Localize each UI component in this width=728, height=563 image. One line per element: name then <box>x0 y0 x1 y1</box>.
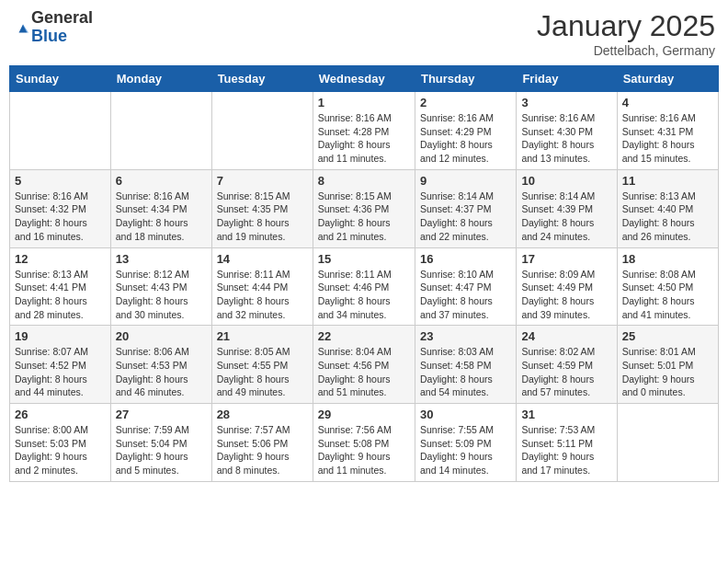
day-info: Sunrise: 8:16 AM Sunset: 4:30 PM Dayligh… <box>521 111 611 166</box>
logo-text: General Blue <box>31 9 93 46</box>
calendar-cell: 18Sunrise: 8:08 AM Sunset: 4:50 PM Dayli… <box>617 247 718 326</box>
calendar-cell: 12Sunrise: 8:13 AM Sunset: 4:41 PM Dayli… <box>10 247 111 326</box>
day-of-week-header: Thursday <box>415 66 516 92</box>
calendar-cell <box>110 92 211 170</box>
day-number: 28 <box>217 408 308 421</box>
day-number: 17 <box>521 252 611 266</box>
calendar-cell: 13Sunrise: 8:12 AM Sunset: 4:43 PM Dayli… <box>110 247 211 326</box>
day-number: 10 <box>521 174 611 188</box>
title-block: January 2025 Dettelbach, Germany <box>537 9 715 58</box>
day-info: Sunrise: 8:13 AM Sunset: 4:40 PM Dayligh… <box>622 190 713 244</box>
day-number: 8 <box>318 174 410 188</box>
day-number: 30 <box>420 408 511 421</box>
day-info: Sunrise: 8:14 AM Sunset: 4:37 PM Dayligh… <box>420 190 511 244</box>
calendar-cell: 2Sunrise: 8:16 AM Sunset: 4:29 PM Daylig… <box>415 92 516 170</box>
day-number: 14 <box>217 252 308 266</box>
day-info: Sunrise: 8:16 AM Sunset: 4:31 PM Dayligh… <box>622 111 713 166</box>
calendar-cell: 16Sunrise: 8:10 AM Sunset: 4:47 PM Dayli… <box>415 247 516 326</box>
calendar-week-row: 1Sunrise: 8:16 AM Sunset: 4:28 PM Daylig… <box>10 92 719 170</box>
calendar-cell: 29Sunrise: 7:56 AM Sunset: 5:08 PM Dayli… <box>313 404 415 482</box>
day-number: 11 <box>622 174 713 188</box>
day-number: 20 <box>116 329 207 343</box>
location: Dettelbach, Germany <box>537 43 715 58</box>
page-header: General Blue January 2025 Dettelbach, Ge… <box>9 9 719 58</box>
calendar-cell: 4Sunrise: 8:16 AM Sunset: 4:31 PM Daylig… <box>617 92 718 170</box>
day-info: Sunrise: 8:14 AM Sunset: 4:39 PM Dayligh… <box>521 190 611 244</box>
month-title: January 2025 <box>537 9 715 43</box>
day-number: 6 <box>116 174 207 188</box>
day-info: Sunrise: 8:16 AM Sunset: 4:34 PM Dayligh… <box>116 190 207 244</box>
logo: General Blue <box>13 9 93 46</box>
day-number: 27 <box>116 408 207 421</box>
calendar-cell: 17Sunrise: 8:09 AM Sunset: 4:49 PM Dayli… <box>517 247 617 326</box>
calendar-week-row: 19Sunrise: 8:07 AM Sunset: 4:52 PM Dayli… <box>10 326 719 404</box>
calendar-cell: 3Sunrise: 8:16 AM Sunset: 4:30 PM Daylig… <box>517 92 617 170</box>
day-number: 23 <box>420 329 511 343</box>
logo-blue: Blue <box>31 28 93 46</box>
day-of-week-header: Wednesday <box>313 66 415 92</box>
day-info: Sunrise: 8:11 AM Sunset: 4:46 PM Dayligh… <box>318 268 410 322</box>
calendar-header-row: SundayMondayTuesdayWednesdayThursdayFrid… <box>10 66 719 92</box>
day-of-week-header: Tuesday <box>211 66 313 92</box>
calendar-cell: 20Sunrise: 8:06 AM Sunset: 4:53 PM Dayli… <box>110 326 211 404</box>
day-info: Sunrise: 8:16 AM Sunset: 4:29 PM Dayligh… <box>420 111 511 166</box>
day-number: 16 <box>420 252 511 266</box>
calendar-cell: 24Sunrise: 8:02 AM Sunset: 4:59 PM Dayli… <box>517 326 617 404</box>
calendar-cell: 8Sunrise: 8:15 AM Sunset: 4:36 PM Daylig… <box>313 169 415 247</box>
day-info: Sunrise: 8:16 AM Sunset: 4:32 PM Dayligh… <box>15 190 106 244</box>
day-number: 12 <box>15 252 106 266</box>
calendar-cell: 27Sunrise: 7:59 AM Sunset: 5:04 PM Dayli… <box>110 404 211 482</box>
day-info: Sunrise: 7:53 AM Sunset: 5:11 PM Dayligh… <box>521 423 611 477</box>
day-info: Sunrise: 8:16 AM Sunset: 4:28 PM Dayligh… <box>318 111 410 166</box>
logo-general: General <box>31 9 93 28</box>
day-info: Sunrise: 8:02 AM Sunset: 4:59 PM Dayligh… <box>521 345 611 399</box>
calendar-cell: 5Sunrise: 8:16 AM Sunset: 4:32 PM Daylig… <box>10 169 111 247</box>
calendar-cell: 19Sunrise: 8:07 AM Sunset: 4:52 PM Dayli… <box>10 326 111 404</box>
day-number: 26 <box>15 408 106 421</box>
day-info: Sunrise: 8:03 AM Sunset: 4:58 PM Dayligh… <box>420 345 511 399</box>
day-number: 1 <box>318 96 410 109</box>
day-number: 2 <box>420 96 511 109</box>
calendar-cell: 14Sunrise: 8:11 AM Sunset: 4:44 PM Dayli… <box>211 247 313 326</box>
day-number: 9 <box>420 174 511 188</box>
day-info: Sunrise: 8:15 AM Sunset: 4:35 PM Dayligh… <box>217 190 308 244</box>
calendar-cell: 7Sunrise: 8:15 AM Sunset: 4:35 PM Daylig… <box>211 169 313 247</box>
calendar-cell: 11Sunrise: 8:13 AM Sunset: 4:40 PM Dayli… <box>617 169 718 247</box>
day-info: Sunrise: 8:15 AM Sunset: 4:36 PM Dayligh… <box>318 190 410 244</box>
day-info: Sunrise: 8:11 AM Sunset: 4:44 PM Dayligh… <box>217 268 308 322</box>
day-info: Sunrise: 8:13 AM Sunset: 4:41 PM Dayligh… <box>15 268 106 322</box>
day-info: Sunrise: 7:56 AM Sunset: 5:08 PM Dayligh… <box>318 423 410 477</box>
calendar-cell <box>10 92 111 170</box>
day-info: Sunrise: 8:05 AM Sunset: 4:55 PM Dayligh… <box>217 345 308 399</box>
day-info: Sunrise: 8:00 AM Sunset: 5:03 PM Dayligh… <box>15 423 106 477</box>
day-number: 18 <box>622 252 713 266</box>
calendar-table: SundayMondayTuesdayWednesdayThursdayFrid… <box>9 65 719 482</box>
day-info: Sunrise: 8:09 AM Sunset: 4:49 PM Dayligh… <box>521 268 611 322</box>
day-number: 31 <box>521 408 611 421</box>
calendar-cell: 28Sunrise: 7:57 AM Sunset: 5:06 PM Dayli… <box>211 404 313 482</box>
day-number: 5 <box>15 174 106 188</box>
day-number: 22 <box>318 329 410 343</box>
day-info: Sunrise: 8:01 AM Sunset: 5:01 PM Dayligh… <box>622 345 713 399</box>
day-number: 24 <box>521 329 611 343</box>
day-number: 3 <box>521 96 611 109</box>
calendar-cell: 30Sunrise: 7:55 AM Sunset: 5:09 PM Dayli… <box>415 404 516 482</box>
calendar-cell: 26Sunrise: 8:00 AM Sunset: 5:03 PM Dayli… <box>10 404 111 482</box>
calendar-cell: 31Sunrise: 7:53 AM Sunset: 5:11 PM Dayli… <box>517 404 617 482</box>
calendar-week-row: 12Sunrise: 8:13 AM Sunset: 4:41 PM Dayli… <box>10 247 719 326</box>
calendar-cell: 15Sunrise: 8:11 AM Sunset: 4:46 PM Dayli… <box>313 247 415 326</box>
day-number: 21 <box>217 329 308 343</box>
day-number: 15 <box>318 252 410 266</box>
calendar-cell: 23Sunrise: 8:03 AM Sunset: 4:58 PM Dayli… <box>415 326 516 404</box>
day-number: 4 <box>622 96 713 109</box>
calendar-week-row: 26Sunrise: 8:00 AM Sunset: 5:03 PM Dayli… <box>10 404 719 482</box>
calendar-cell: 25Sunrise: 8:01 AM Sunset: 5:01 PM Dayli… <box>617 326 718 404</box>
day-info: Sunrise: 7:59 AM Sunset: 5:04 PM Dayligh… <box>116 423 207 477</box>
day-of-week-header: Saturday <box>617 66 718 92</box>
day-number: 13 <box>116 252 207 266</box>
day-info: Sunrise: 8:07 AM Sunset: 4:52 PM Dayligh… <box>15 345 106 399</box>
day-number: 19 <box>15 329 106 343</box>
day-of-week-header: Friday <box>517 66 617 92</box>
day-info: Sunrise: 8:06 AM Sunset: 4:53 PM Dayligh… <box>116 345 207 399</box>
calendar-week-row: 5Sunrise: 8:16 AM Sunset: 4:32 PM Daylig… <box>10 169 719 247</box>
